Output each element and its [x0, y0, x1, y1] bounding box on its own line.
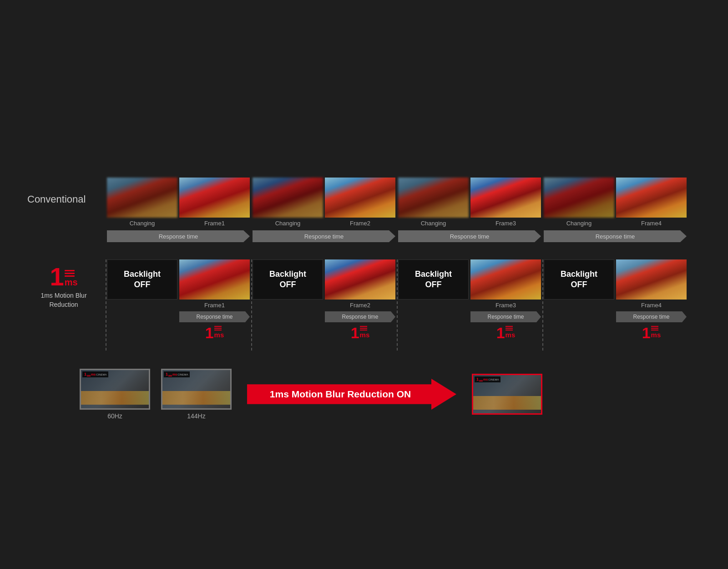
mbr-label-frame-1: Frame1: [179, 302, 250, 309]
conv-response-1: Response time: [107, 230, 250, 242]
monitor-144hz-label: 144Hz: [187, 412, 205, 420]
conv-label-changing-3: Changing: [398, 220, 469, 227]
conv-frame-changing-4: [544, 178, 614, 218]
mbr-backlight-off-4: BacklightOFF: [544, 259, 614, 300]
conv-response-3: Response time: [398, 230, 541, 242]
mbr-badge-area: 1 ms 1ms Motion BlurReduction: [27, 264, 100, 309]
monitor-60hz-label: 60Hz: [107, 412, 122, 420]
mbr-arrow: 1ms Motion Blur Reduction ON: [247, 379, 456, 410]
conv-group-3: Changing Frame3 Response time: [398, 178, 541, 242]
mbr-1ms-badge-4: 1 ms: [616, 325, 687, 340]
mbr-1ms-badge-3: 1 ms: [470, 325, 541, 340]
conv-frame-changing-3: [398, 178, 469, 218]
mbr-group-1: BacklightOFF Frame1 Response time 1: [107, 259, 250, 340]
mbr-1ms-badge-2: 1 ms: [325, 325, 395, 340]
mbr-frame-bright-4: [616, 259, 687, 300]
conv-label-frame-4: Frame4: [616, 220, 687, 227]
mbr-response-4: Response time: [616, 311, 687, 322]
conv-group-2: Changing Frame2 Response time: [253, 178, 395, 242]
conv-response-2: Response time: [253, 230, 395, 242]
mbr-badge-ms: ms: [65, 278, 78, 287]
conventional-label: Conventional: [27, 193, 86, 205]
conv-group-4: Changing Frame4 Response time: [544, 178, 687, 242]
mbr-frame-bright-2: [325, 259, 395, 300]
mbr-frame-bright-1: [179, 259, 250, 300]
conv-frame-changing-2: [253, 178, 323, 218]
mbr-backlight-off-2: BacklightOFF: [253, 259, 323, 300]
conv-frame-1: [179, 178, 250, 218]
mbr-response-2: Response time: [325, 311, 395, 322]
monitor-144hz: 1 ms CINEMA 144Hz: [161, 369, 232, 420]
conv-label-frame-1: Frame1: [179, 220, 250, 227]
mbr-backlight-off-3: BacklightOFF: [398, 259, 469, 300]
monitor-60hz: 1 ms CINEMA 60Hz: [80, 369, 150, 420]
conv-label-frame-3: Frame3: [470, 220, 541, 227]
conv-frame-4: [616, 178, 687, 218]
mbr-group-3: BacklightOFF Frame3 Response time 1: [398, 259, 541, 340]
monitor-result: 1 ms CINEMA: [472, 374, 542, 415]
mbr-label-frame-4: Frame4: [616, 302, 687, 309]
conv-label-frame-2: Frame2: [325, 220, 395, 227]
mbr-backlight-off-1: BacklightOFF: [107, 259, 177, 300]
conv-response-4: Response time: [544, 230, 687, 242]
mbr-label-frame-3: Frame3: [470, 302, 541, 309]
mbr-arrow-text: 1ms Motion Blur Reduction ON: [270, 389, 415, 400]
bottom-section: 1 ms CINEMA 60Hz 1: [80, 369, 542, 420]
conv-frame-3: [470, 178, 541, 218]
mbr-frame-bright-3: [470, 259, 541, 300]
mbr-label-frame-2: Frame2: [325, 302, 395, 309]
conv-label-changing-2: Changing: [253, 220, 323, 227]
mbr-badge-number: 1: [50, 264, 64, 290]
conv-frame-changing-1: [107, 178, 177, 218]
conv-group-1: Changing Frame1 Response time: [107, 178, 250, 242]
mbr-group-2: BacklightOFF Frame2 Response time 1: [253, 259, 395, 340]
mbr-frames-area: BacklightOFF Frame1 Response time 1: [107, 259, 701, 340]
conv-label-changing-4: Changing: [544, 220, 614, 227]
mbr-1ms-badge-1: 1 ms: [179, 325, 250, 340]
mbr-group-4: BacklightOFF Frame4 Response time 1: [544, 259, 687, 340]
conventional-frames: Changing Frame1 Response time Changing F…: [107, 178, 701, 242]
conv-label-changing-1: Changing: [107, 220, 177, 227]
mbr-response-3: Response time: [470, 311, 541, 322]
mbr-response-1: Response time: [179, 311, 250, 322]
mbr-row-label: 1ms Motion BlurReduction: [40, 291, 86, 309]
conv-frame-2: [325, 178, 395, 218]
